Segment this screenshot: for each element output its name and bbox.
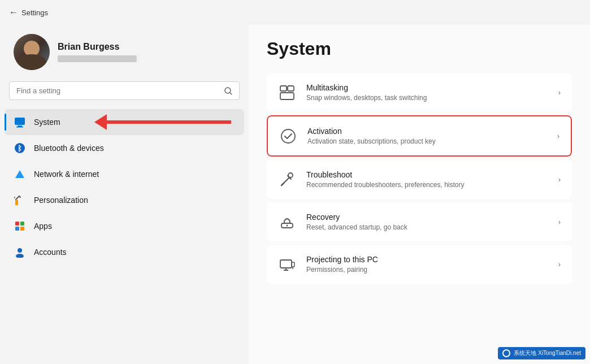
svg-rect-15 [20, 227, 24, 231]
avatar-image [14, 34, 50, 70]
svg-rect-13 [20, 222, 24, 226]
multitasking-chevron: › [558, 89, 561, 97]
sidebar-item-network[interactable]: Network & internet [5, 161, 244, 187]
sidebar: Brian Burgess [0, 25, 249, 364]
sidebar-item-apps-label: Apps [34, 222, 52, 231]
projecting-text: Projecting to this PC Permissions, pairi… [306, 255, 378, 274]
settings-item-activation[interactable]: Activation Activation state, subscriptio… [267, 115, 572, 157]
sidebar-item-personalization[interactable]: Personalization [5, 187, 244, 213]
search-box[interactable] [9, 81, 240, 100]
svg-line-1 [230, 93, 232, 94]
user-email-bar [58, 55, 137, 62]
svg-point-17 [16, 254, 24, 258]
recovery-text: Recovery Reset, advanced startup, go bac… [306, 213, 407, 231]
content-area: System Multitasking Snap windows, deskto… [249, 25, 590, 364]
watermark-globe-icon [502, 349, 510, 357]
sidebar-item-bluetooth-label: Bluetooth & devices [34, 144, 104, 153]
projecting-icon [278, 255, 296, 274]
svg-rect-19 [288, 86, 294, 91]
svg-point-21 [281, 129, 295, 143]
settings-item-troubleshoot[interactable]: Troubleshoot Recommended troubleshooters… [267, 160, 572, 199]
sidebar-item-network-label: Network & internet [34, 170, 99, 179]
activation-title: Activation [307, 127, 436, 136]
multitasking-icon [278, 84, 296, 102]
troubleshoot-chevron: › [558, 176, 561, 184]
svg-point-24 [287, 224, 288, 226]
page-title: System [267, 38, 572, 59]
settings-card-troubleshoot: Troubleshoot Recommended troubleshooters… [267, 160, 572, 199]
arrow-head [94, 114, 107, 130]
settings-card-multitasking: Multitasking Snap windows, desktops, tas… [267, 73, 572, 112]
activation-desc: Activation state, subscriptions, product… [307, 137, 436, 145]
bluetooth-icon: ᛒ [14, 142, 26, 154]
recovery-desc: Reset, advanced startup, go back [306, 223, 407, 231]
main-layout: Brian Burgess [0, 25, 590, 364]
sidebar-item-accounts-label: Accounts [34, 248, 67, 257]
sidebar-item-system[interactable]: System [5, 109, 244, 135]
activation-chevron: › [557, 132, 559, 140]
svg-rect-12 [15, 222, 19, 226]
top-bar: ← Settings [0, 0, 590, 25]
watermark-text: 系统天地 XiTongTianDi.net [514, 349, 581, 357]
recovery-chevron: › [558, 218, 561, 226]
svg-rect-3 [18, 125, 22, 127]
sidebar-item-personalization-label: Personalization [34, 196, 88, 205]
search-container [0, 81, 249, 109]
user-profile: Brian Burgess [0, 25, 249, 81]
recovery-title: Recovery [306, 213, 407, 222]
recovery-icon [278, 213, 296, 231]
sidebar-item-accounts[interactable]: Accounts [5, 239, 244, 265]
troubleshoot-icon [278, 171, 296, 189]
avatar [14, 34, 50, 70]
network-icon [14, 168, 26, 180]
back-label: Settings [21, 8, 48, 17]
projecting-title: Projecting to this PC [306, 255, 378, 264]
watermark: 系统天地 XiTongTianDi.net [498, 347, 585, 359]
system-icon [14, 116, 26, 128]
svg-point-16 [18, 248, 22, 253]
multitasking-title: Multitasking [306, 83, 427, 92]
svg-rect-4 [16, 127, 23, 128]
red-arrow-annotation [95, 114, 231, 130]
settings-item-projecting[interactable]: Projecting to this PC Permissions, pairi… [267, 245, 572, 284]
svg-line-11 [19, 196, 20, 197]
svg-rect-14 [15, 227, 19, 231]
multitasking-desc: Snap windows, desktops, task switching [306, 94, 427, 102]
user-name: Brian Burgess [58, 42, 137, 52]
svg-point-22 [288, 173, 293, 177]
settings-item-recovery[interactable]: Recovery Reset, advanced startup, go bac… [267, 202, 572, 241]
settings-item-multitasking[interactable]: Multitasking Snap windows, desktops, tas… [267, 73, 572, 112]
back-arrow-icon: ← [9, 7, 18, 18]
svg-line-10 [16, 196, 19, 200]
svg-rect-25 [280, 260, 292, 268]
personalization-icon [14, 194, 26, 206]
svg-rect-28 [292, 262, 294, 267]
settings-list: Multitasking Snap windows, desktops, tas… [267, 73, 572, 286]
svg-rect-20 [280, 93, 294, 99]
user-info: Brian Burgess [58, 42, 137, 62]
search-input[interactable] [16, 86, 220, 95]
sidebar-item-system-label: System [34, 118, 60, 127]
apps-icon [14, 220, 26, 232]
svg-marker-7 [15, 170, 24, 178]
svg-rect-9 [14, 197, 15, 199]
svg-rect-2 [15, 118, 25, 125]
search-icon [224, 87, 232, 95]
sidebar-item-bluetooth[interactable]: ᛒ Bluetooth & devices [5, 135, 244, 161]
troubleshoot-title: Troubleshoot [306, 170, 464, 179]
svg-rect-8 [15, 200, 18, 205]
activation-icon [279, 127, 297, 145]
activation-text: Activation Activation state, subscriptio… [307, 127, 436, 145]
projecting-desc: Permissions, pairing [306, 266, 378, 274]
svg-rect-18 [280, 86, 287, 91]
back-button[interactable]: ← Settings [9, 7, 48, 18]
sidebar-item-apps[interactable]: Apps [5, 213, 244, 239]
projecting-chevron: › [558, 261, 561, 268]
multitasking-text: Multitasking Snap windows, desktops, tas… [306, 83, 427, 102]
settings-card-recovery: Recovery Reset, advanced startup, go bac… [267, 202, 572, 241]
troubleshoot-text: Troubleshoot Recommended troubleshooters… [306, 170, 464, 189]
svg-text:ᛒ: ᛒ [18, 144, 22, 153]
settings-card-projecting: Projecting to this PC Permissions, pairi… [267, 245, 572, 284]
arrow-line [107, 120, 231, 124]
accounts-icon [14, 246, 26, 258]
